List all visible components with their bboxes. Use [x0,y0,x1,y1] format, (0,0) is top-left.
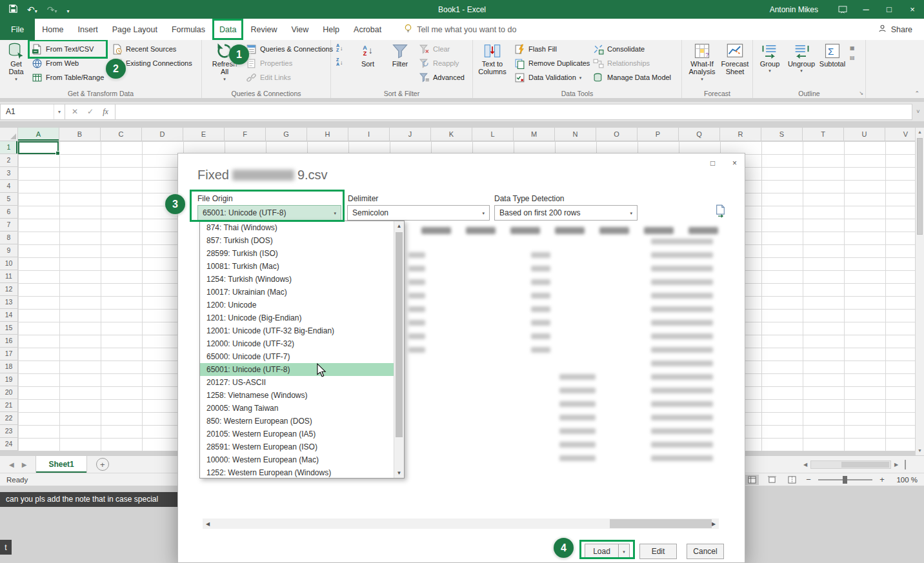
preview-horizontal-scrollbar[interactable]: ◀ ▶ [203,519,719,529]
scrollbar-split-handle[interactable] [905,460,909,469]
column-header-t[interactable]: T [803,128,844,141]
tab-formulas[interactable]: Formulas [165,19,212,40]
tab-data[interactable]: Data [212,19,243,40]
column-header-l[interactable]: L [472,128,514,141]
column-header-u[interactable]: U [844,128,885,141]
column-header-n[interactable]: N [555,128,596,141]
encoding-option[interactable]: 10017: Ukrainian (Mac) [200,286,394,299]
filter-button[interactable]: Filter [387,42,414,68]
show-detail-icon[interactable]: ▦ [850,45,855,51]
customize-qat-icon[interactable]: ▾ [67,5,70,14]
column-header-b[interactable]: B [59,128,101,141]
horizontal-scroll-thumb[interactable] [841,462,889,468]
clear-filter-button[interactable]: Clear [417,42,466,56]
encoding-option[interactable]: 12000: Unicode (UTF-32) [200,337,394,350]
scroll-down-icon[interactable]: ▼ [394,468,404,478]
row-header-4[interactable]: 4 [0,180,18,193]
row-header-9[interactable]: 9 [0,244,18,257]
column-header-q[interactable]: Q [679,128,720,141]
name-box[interactable]: A1 ▾ [0,104,65,120]
from-table-range-button[interactable]: From Table/Range [30,70,105,84]
formula-input[interactable] [115,104,912,120]
collapse-ribbon-button[interactable]: ⌃ [914,90,919,97]
sheet-nav-left-icon[interactable]: ◀ [9,461,14,468]
dialog-close-button[interactable]: × [726,157,743,170]
tell-me[interactable]: Tell me what you want to do [404,19,516,40]
tab-review[interactable]: Review [243,19,284,40]
row-header-10[interactable]: 10 [0,257,18,270]
encoding-option[interactable]: 12001: Unicode (UTF-32 Big-Endian) [200,324,394,337]
encoding-option[interactable]: 28591: Western European (ISO) [200,440,394,453]
encoding-option[interactable]: 10000: Western European (Mac) [200,453,394,466]
row-header-20[interactable]: 20 [0,386,18,399]
reapply-filter-button[interactable]: Reapply [417,56,466,70]
column-header-p[interactable]: P [638,128,679,141]
from-web-button[interactable]: From Web [30,56,105,70]
scroll-down-icon[interactable]: ▼ [916,446,924,455]
confirm-entry-icon[interactable]: ✓ [87,107,94,116]
sort-z-to-a-button[interactable]: ZA↓ [336,58,343,66]
share-button[interactable]: Share [878,19,924,40]
cancel-button[interactable]: Cancel [687,544,724,559]
dialog-maximize-button[interactable]: □ [704,157,721,170]
vertical-scrollbar[interactable]: ▲ ▼ [915,128,924,455]
column-header-e[interactable]: E [183,128,225,141]
encoding-option[interactable]: 857: Turkish (DOS) [200,234,394,247]
row-header-14[interactable]: 14 [0,309,18,322]
get-data-button[interactable]: Get Data▾ [2,42,30,81]
maximize-button[interactable]: □ [878,0,901,19]
column-header-i[interactable]: I [348,128,390,141]
row-header-6[interactable]: 6 [0,206,18,219]
account-name[interactable]: Antonin Mikes [770,5,818,14]
consolidate-button[interactable]: Consolidate [592,42,672,56]
undo-icon[interactable]: ↶▾ [27,5,37,14]
encoding-option[interactable]: 28599: Turkish (ISO) [200,247,394,260]
file-origin-dropdown[interactable]: 65001: Unicode (UTF-8)▾ [197,205,341,221]
scroll-right-icon[interactable]: ▶ [891,462,901,468]
selected-cell-a1[interactable] [18,141,59,154]
tab-home[interactable]: Home [35,19,70,40]
row-header-5[interactable]: 5 [0,193,18,206]
sheet-horizontal-scrollbar[interactable]: ◀ ▶ [800,460,909,469]
encoding-option[interactable]: 65001: Unicode (UTF-8) [200,363,394,376]
row-header-16[interactable]: 16 [0,335,18,348]
row-header-12[interactable]: 12 [0,283,18,296]
encoding-option[interactable]: 1258: Vietnamese (Windows) [200,389,394,402]
column-header-m[interactable]: M [514,128,555,141]
delimiter-dropdown[interactable]: Semicolon▾ [347,205,490,221]
select-all-corner[interactable] [0,128,18,141]
ribbon-display-options-icon[interactable] [831,0,854,19]
tab-file[interactable]: File [0,19,35,40]
sort-a-to-z-button[interactable]: AZ↓ [336,44,343,52]
column-header-k[interactable]: K [431,128,472,141]
column-header-g[interactable]: G [266,128,307,141]
encoding-option[interactable]: 20127: US-ASCII [200,376,394,389]
tab-view[interactable]: View [284,19,316,40]
column-header-v[interactable]: V [885,128,915,141]
row-header-7[interactable]: 7 [0,219,18,232]
column-header-j[interactable]: J [390,128,431,141]
normal-view-icon[interactable] [745,475,759,485]
encoding-option[interactable]: 1201: Unicode (Big-Endian) [200,311,394,324]
ungroup-button[interactable]: Ungroup▾ [787,42,816,74]
text-to-columns-button[interactable]: Text to Columns [476,42,509,76]
scroll-up-icon[interactable]: ▲ [916,128,924,137]
recent-sources-button[interactable]: Recent Sources [110,42,194,56]
sheet-tab-sheet1[interactable]: Sheet1 [35,456,86,473]
scroll-left-icon[interactable]: ◀ [203,521,213,527]
vertical-scroll-thumb[interactable] [917,138,923,235]
manage-data-model-button[interactable]: Manage Data Model [592,70,672,84]
column-header-r[interactable]: R [720,128,761,141]
subtotal-button[interactable]: Σ Subtotal [818,42,847,68]
row-header-17[interactable]: 17 [0,348,18,361]
tab-page-layout[interactable]: Page Layout [105,19,165,40]
queries-connections-button[interactable]: Queries & Connections [245,42,334,56]
properties-button[interactable]: Properties [245,56,334,70]
column-header-o[interactable]: O [596,128,638,141]
listbox-scrollbar[interactable]: ▲ ▼ [394,221,404,478]
encoding-option[interactable]: 1254: Turkish (Windows) [200,273,394,286]
edit-links-button[interactable]: Edit Links [245,70,334,84]
column-header-c[interactable]: C [101,128,142,141]
row-header-19[interactable]: 19 [0,373,18,386]
encoding-option[interactable]: 20105: Western European (IA5) [200,428,394,440]
